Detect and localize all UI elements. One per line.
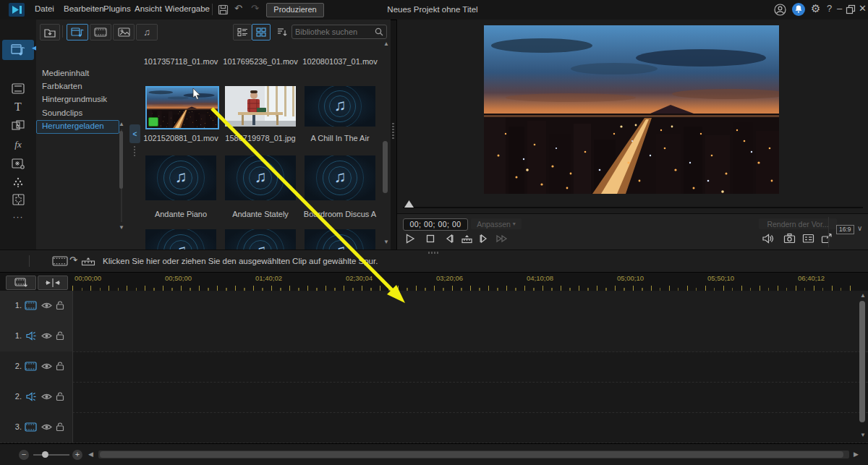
filter-photos-button[interactable] [113, 24, 135, 40]
track-row-video2[interactable]: 2. [0, 351, 868, 383]
media-item-audio[interactable]: ♫ [145, 229, 216, 249]
close-icon[interactable]: ✕ [859, 3, 867, 14]
zoom-out-button[interactable]: − [19, 450, 29, 460]
search-icon[interactable] [375, 27, 383, 36]
notifications-bell-icon[interactable] [792, 3, 805, 16]
account-icon[interactable] [774, 4, 786, 16]
mark-in-button[interactable] [461, 233, 473, 244]
snap-to-playhead-button[interactable] [38, 276, 68, 290]
panel-drag-handle[interactable] [134, 146, 135, 156]
sidebar-item-masks[interactable] [0, 190, 36, 209]
track-manager-button[interactable] [6, 276, 36, 290]
undo-icon[interactable]: ↶ [234, 3, 242, 14]
track-header[interactable]: 1. [0, 321, 73, 351]
media-item-audio[interactable]: ♫ [305, 86, 375, 127]
filter-videos-button[interactable] [90, 24, 111, 40]
sidebar-item-overlays[interactable] [0, 154, 36, 173]
sidebar-item-titles[interactable]: T [0, 98, 36, 116]
menu-wiedergabe[interactable]: Wiedergabe [165, 4, 210, 13]
library-scrollbar-thumb[interactable] [383, 141, 388, 193]
track-header[interactable]: 1. [0, 291, 73, 321]
track-row-video3[interactable]: 3. [0, 412, 868, 443]
library-search[interactable] [292, 25, 387, 39]
media-item-image[interactable] [225, 86, 296, 127]
produce-button[interactable]: Produzieren [266, 3, 324, 17]
help-icon[interactable]: ? [827, 3, 832, 14]
redo-icon[interactable]: ↷ [251, 3, 259, 14]
restore-window-icon[interactable] [846, 5, 855, 14]
filter-music-button[interactable]: ♫ [136, 24, 158, 40]
menu-plugins[interactable]: Plugins [103, 4, 131, 13]
scroll-right-icon[interactable]: ▶ [854, 451, 859, 458]
media-item-audio[interactable]: ♫ [145, 155, 216, 200]
category-farbkarten[interactable]: Farbkarten [42, 82, 82, 90]
tracks-scrollbar-thumb[interactable] [859, 301, 865, 422]
sidebar-item-more[interactable]: ··· [0, 208, 36, 226]
vertical-splitter-handle[interactable] [392, 123, 394, 139]
settings-gear-icon[interactable]: ⚙ [811, 2, 820, 15]
menu-datei[interactable]: Datei [35, 4, 54, 13]
next-frame-button[interactable] [478, 233, 490, 244]
timeline-ruler[interactable]: 00;00;00 00;50;00 01;40;02 02;30;04 03;2… [0, 272, 868, 291]
track-header[interactable]: 2. [0, 351, 73, 382]
aspect-ratio-badge[interactable]: 16:9 [836, 225, 854, 234]
menu-bearbeiten[interactable]: Bearbeiten [64, 4, 104, 13]
sidebar-item-media[interactable] [0, 40, 36, 59]
collapse-panel-button[interactable]: < [129, 124, 140, 143]
eye-visibility-icon[interactable] [41, 332, 52, 340]
media-item-audio[interactable]: ♫ [305, 229, 375, 249]
sidebar-item-transitions[interactable] [0, 116, 36, 135]
play-button[interactable] [404, 233, 416, 244]
minimize-icon[interactable]: – [837, 3, 842, 14]
lock-icon[interactable] [56, 361, 64, 371]
playhead-marker[interactable] [404, 200, 414, 208]
category-scrollbar-thumb[interactable] [119, 131, 123, 189]
volume-icon[interactable] [762, 233, 774, 244]
library-scroll-down-icon[interactable]: ▼ [383, 239, 389, 245]
fit-dropdown[interactable]: Anpassen ▾ [471, 218, 522, 229]
lock-icon[interactable] [56, 330, 64, 341]
grid-view-button[interactable] [252, 24, 271, 40]
eye-visibility-icon[interactable] [41, 423, 52, 431]
eye-visibility-icon[interactable] [41, 362, 52, 370]
track-row-video1[interactable]: 1. [0, 291, 868, 322]
category-scroll-down-icon[interactable]: ▼ [119, 225, 124, 231]
import-media-button[interactable] [40, 24, 60, 40]
snapshot-camera-icon[interactable] [783, 233, 796, 244]
search-input[interactable] [292, 27, 375, 36]
eye-visibility-icon[interactable] [41, 393, 52, 401]
list-view-button[interactable] [233, 24, 252, 40]
render-preview-button[interactable]: Rendern der Vor... [759, 218, 837, 229]
sort-button[interactable] [273, 24, 291, 40]
previous-frame-button[interactable] [443, 233, 455, 244]
lock-icon[interactable] [56, 422, 64, 432]
horizontal-splitter-handle[interactable] [428, 252, 440, 254]
category-soundclips[interactable]: Soundclips [42, 108, 82, 117]
media-item-audio[interactable]: ♫ [225, 155, 296, 200]
media-item-audio[interactable]: ♫ [305, 155, 375, 200]
category-hintergrundmusik[interactable]: Hintergrundmusik [42, 95, 107, 103]
seek-bar[interactable] [403, 207, 863, 208]
filter-all-media-button[interactable] [67, 24, 88, 40]
sidebar-item-effects[interactable]: fx [0, 135, 36, 154]
track-header[interactable]: 3. [0, 412, 73, 443]
save-icon[interactable] [218, 4, 229, 15]
track-row-audio2[interactable]: 2. [0, 382, 868, 413]
media-item-selected-video[interactable] [145, 86, 219, 129]
eye-visibility-icon[interactable] [41, 302, 52, 310]
fast-forward-button[interactable] [495, 233, 509, 244]
category-scroll-up-icon[interactable]: ▲ [119, 121, 124, 127]
timeline-zoom-slider-track[interactable] [33, 454, 69, 456]
media-viewer-icon[interactable] [802, 233, 814, 244]
sidebar-item-particles[interactable] [0, 173, 36, 192]
media-item-audio[interactable]: ♫ [225, 229, 296, 249]
aspect-dropdown-icon[interactable]: ∨ [857, 224, 862, 232]
library-scroll-up-icon[interactable]: ▲ [383, 41, 389, 47]
undock-preview-icon[interactable] [821, 233, 833, 244]
track-row-audio1[interactable]: 1. [0, 321, 868, 352]
sidebar-item-templates[interactable] [0, 79, 36, 98]
tracks-scroll-down-icon[interactable]: ▼ [860, 432, 866, 438]
category-medieninhalt[interactable]: Medieninhalt [42, 69, 89, 77]
zoom-in-button[interactable]: + [72, 450, 82, 460]
category-heruntergeladen[interactable]: Heruntergeladen [42, 121, 104, 130]
